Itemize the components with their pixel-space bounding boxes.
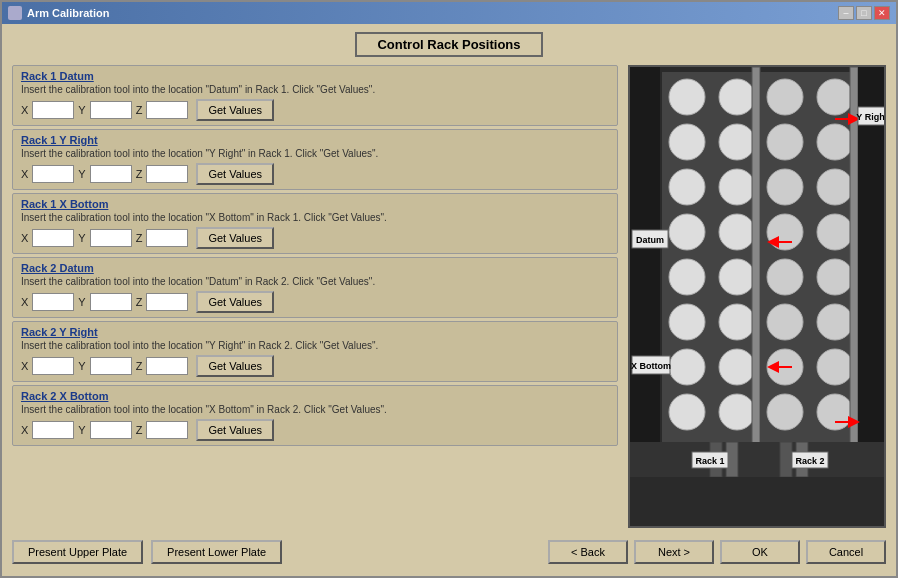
svg-rect-39 bbox=[630, 442, 886, 477]
x-input-rack2-x-bottom[interactable] bbox=[32, 421, 74, 439]
footer-left: Present Upper Plate Present Lower Plate bbox=[12, 540, 282, 564]
y-input-rack2-x-bottom[interactable] bbox=[90, 421, 132, 439]
z-label-rack1-y-right: Z bbox=[136, 168, 143, 180]
svg-point-14 bbox=[719, 214, 755, 250]
svg-text:X Bottom: X Bottom bbox=[631, 361, 671, 371]
z-input-rack1-datum[interactable] bbox=[146, 101, 188, 119]
y-label-rack1-datum: Y bbox=[78, 104, 85, 116]
y-input-rack1-x-bottom[interactable] bbox=[90, 229, 132, 247]
svg-point-31 bbox=[817, 169, 853, 205]
svg-point-15 bbox=[719, 259, 755, 295]
svg-point-13 bbox=[719, 169, 755, 205]
svg-point-35 bbox=[817, 349, 853, 385]
x-label-rack2-x-bottom: X bbox=[21, 424, 28, 436]
section-inputs-rack2-y-right: X Y Z Get Values bbox=[21, 355, 609, 377]
svg-point-4 bbox=[669, 124, 705, 160]
section-inputs-rack1-x-bottom: X Y Z Get Values bbox=[21, 227, 609, 249]
x-label-rack1-x-bottom: X bbox=[21, 232, 28, 244]
x-input-rack2-datum[interactable] bbox=[32, 293, 74, 311]
section-title-rack1-y-right: Rack 1 Y Right bbox=[21, 134, 609, 146]
z-label-rack2-y-right: Z bbox=[136, 360, 143, 372]
x-label-rack1-datum: X bbox=[21, 104, 28, 116]
svg-point-29 bbox=[817, 79, 853, 115]
svg-point-26 bbox=[767, 304, 803, 340]
svg-point-17 bbox=[719, 349, 755, 385]
z-input-rack2-datum[interactable] bbox=[146, 293, 188, 311]
svg-point-7 bbox=[669, 259, 705, 295]
y-input-rack1-y-right[interactable] bbox=[90, 165, 132, 183]
x-label-rack2-datum: X bbox=[21, 296, 28, 308]
get-values-button-rack1-datum[interactable]: Get Values bbox=[196, 99, 274, 121]
svg-point-34 bbox=[817, 304, 853, 340]
get-values-button-rack2-x-bottom[interactable]: Get Values bbox=[196, 419, 274, 441]
svg-point-12 bbox=[719, 124, 755, 160]
svg-text:Y Right: Y Right bbox=[856, 112, 886, 122]
svg-point-22 bbox=[767, 124, 803, 160]
x-input-rack1-y-right[interactable] bbox=[32, 165, 74, 183]
ok-button[interactable]: OK bbox=[720, 540, 800, 564]
svg-point-32 bbox=[817, 214, 853, 250]
z-input-rack2-y-right[interactable] bbox=[146, 357, 188, 375]
svg-point-3 bbox=[669, 79, 705, 115]
main-area: Rack 1 Datum Insert the calibration tool… bbox=[12, 65, 886, 528]
svg-point-30 bbox=[817, 124, 853, 160]
svg-point-9 bbox=[669, 349, 705, 385]
x-label-rack2-y-right: X bbox=[21, 360, 28, 372]
section-rack1-datum: Rack 1 Datum Insert the calibration tool… bbox=[12, 65, 618, 126]
svg-text:Rack 1: Rack 1 bbox=[695, 456, 724, 466]
x-input-rack1-datum[interactable] bbox=[32, 101, 74, 119]
main-content: Control Rack Positions Rack 1 Datum Inse… bbox=[2, 24, 896, 576]
svg-rect-37 bbox=[850, 67, 858, 447]
title-bar: Arm Calibration – □ ✕ bbox=[2, 2, 896, 24]
window-title: Arm Calibration bbox=[27, 7, 110, 19]
y-label-rack2-y-right: Y bbox=[78, 360, 85, 372]
y-input-rack2-y-right[interactable] bbox=[90, 357, 132, 375]
svg-point-25 bbox=[767, 259, 803, 295]
section-desc-rack2-x-bottom: Insert the calibration tool into the loc… bbox=[21, 404, 609, 415]
section-inputs-rack1-y-right: X Y Z Get Values bbox=[21, 163, 609, 185]
svg-point-28 bbox=[767, 394, 803, 430]
svg-point-11 bbox=[719, 79, 755, 115]
z-label-rack1-x-bottom: Z bbox=[136, 232, 143, 244]
present-lower-plate-button[interactable]: Present Lower Plate bbox=[151, 540, 282, 564]
back-button[interactable]: < Back bbox=[548, 540, 628, 564]
x-input-rack1-x-bottom[interactable] bbox=[32, 229, 74, 247]
y-label-rack2-datum: Y bbox=[78, 296, 85, 308]
x-input-rack2-y-right[interactable] bbox=[32, 357, 74, 375]
section-desc-rack1-y-right: Insert the calibration tool into the loc… bbox=[21, 148, 609, 159]
present-upper-plate-button[interactable]: Present Upper Plate bbox=[12, 540, 143, 564]
y-input-rack1-datum[interactable] bbox=[90, 101, 132, 119]
next-button[interactable]: Next > bbox=[634, 540, 714, 564]
section-rack1-y-right: Rack 1 Y Right Insert the calibration to… bbox=[12, 129, 618, 190]
z-input-rack2-x-bottom[interactable] bbox=[146, 421, 188, 439]
window-icon bbox=[8, 6, 22, 20]
svg-rect-19 bbox=[752, 67, 760, 447]
get-values-button-rack2-y-right[interactable]: Get Values bbox=[196, 355, 274, 377]
y-input-rack2-datum[interactable] bbox=[90, 293, 132, 311]
minimize-button[interactable]: – bbox=[838, 6, 854, 20]
svg-rect-1 bbox=[630, 67, 660, 447]
svg-point-6 bbox=[669, 214, 705, 250]
left-panel: Rack 1 Datum Insert the calibration tool… bbox=[12, 65, 618, 528]
section-inputs-rack2-datum: X Y Z Get Values bbox=[21, 291, 609, 313]
footer-right: < Back Next > OK Cancel bbox=[548, 540, 886, 564]
get-values-button-rack1-x-bottom[interactable]: Get Values bbox=[196, 227, 274, 249]
get-values-button-rack2-datum[interactable]: Get Values bbox=[196, 291, 274, 313]
svg-point-18 bbox=[719, 394, 755, 430]
section-rack2-x-bottom: Rack 2 X Bottom Insert the calibration t… bbox=[12, 385, 618, 446]
close-button[interactable]: ✕ bbox=[874, 6, 890, 20]
section-desc-rack1-datum: Insert the calibration tool into the loc… bbox=[21, 84, 609, 95]
svg-point-23 bbox=[767, 169, 803, 205]
footer: Present Upper Plate Present Lower Plate … bbox=[12, 532, 886, 568]
section-desc-rack2-datum: Insert the calibration tool into the loc… bbox=[21, 276, 609, 287]
z-input-rack1-y-right[interactable] bbox=[146, 165, 188, 183]
svg-text:Datum: Datum bbox=[636, 235, 664, 245]
cancel-button[interactable]: Cancel bbox=[806, 540, 886, 564]
section-rack1-x-bottom: Rack 1 X Bottom Insert the calibration t… bbox=[12, 193, 618, 254]
get-values-button-rack1-y-right[interactable]: Get Values bbox=[196, 163, 274, 185]
page-title: Control Rack Positions bbox=[355, 32, 542, 57]
z-input-rack1-x-bottom[interactable] bbox=[146, 229, 188, 247]
svg-point-33 bbox=[817, 259, 853, 295]
svg-point-5 bbox=[669, 169, 705, 205]
maximize-button[interactable]: □ bbox=[856, 6, 872, 20]
